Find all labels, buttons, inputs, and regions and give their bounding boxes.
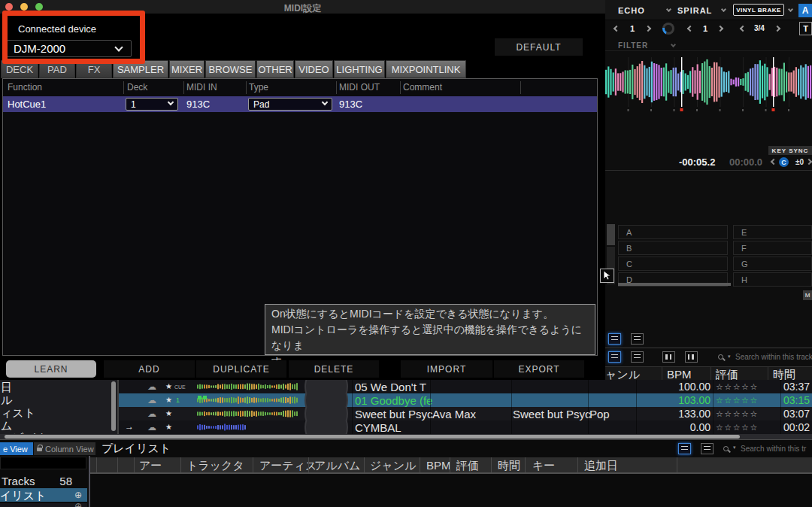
caret-down-icon[interactable]: ▾: [728, 354, 731, 360]
learn-button[interactable]: LEARN: [6, 360, 96, 378]
deck-select[interactable]: 1: [126, 98, 178, 111]
two-column-view-icon[interactable]: [662, 351, 675, 363]
hot-cue-e[interactable]: E: [733, 225, 812, 239]
beat-increase-icon[interactable]: [717, 26, 723, 32]
preview-waveform[interactable]: [197, 422, 250, 433]
list-view-icon[interactable]: [678, 443, 691, 454]
hot-cue-g[interactable]: G: [733, 257, 812, 271]
header-time[interactable]: 時間: [498, 459, 520, 473]
track-rating[interactable]: ☆☆☆☆☆: [716, 382, 759, 392]
header-artwork[interactable]: アー: [139, 459, 162, 473]
header-date-added[interactable]: 追加日: [584, 459, 618, 473]
detail-view-icon[interactable]: [631, 333, 644, 345]
header-key[interactable]: キー: [532, 459, 555, 473]
track-rating[interactable]: ☆☆☆☆☆: [716, 423, 759, 433]
hot-cue-h[interactable]: H: [733, 272, 812, 287]
track-row-selected[interactable]: ☁ ★ 1 01 Goodbye (fe 103.00 ☆☆☆☆☆ 03:15: [119, 393, 812, 407]
horizontal-scrollbar[interactable]: [0, 434, 812, 439]
duplicate-button[interactable]: DUPLICATE: [196, 360, 286, 378]
fx-knob[interactable]: [662, 23, 674, 35]
tab-mixer[interactable]: MIXER: [169, 60, 205, 78]
preview-waveform[interactable]: [197, 395, 301, 405]
key-sync-button[interactable]: KEY SYNC: [768, 146, 812, 155]
beat-increase-icon[interactable]: [774, 26, 780, 32]
header-rating[interactable]: 評価: [456, 459, 479, 473]
beat-decrease-icon[interactable]: [740, 26, 746, 32]
fx-slot-2[interactable]: SPIRAL: [677, 6, 712, 15]
track-waveform[interactable]: [605, 57, 812, 114]
tab-fx[interactable]: FX: [76, 60, 112, 78]
header-bpm[interactable]: BPM: [667, 368, 692, 381]
cue-scrollbar[interactable]: [618, 283, 731, 286]
sidebar-filter-box[interactable]: [0, 457, 86, 469]
hot-cue-c[interactable]: C: [618, 257, 728, 271]
hot-cue-f[interactable]: F: [733, 241, 812, 255]
column-view-tab[interactable]: Column View: [34, 442, 95, 455]
delete-button[interactable]: DELETE: [289, 360, 379, 378]
tab-lighting[interactable]: LIGHTING: [334, 60, 385, 78]
sidebar-scrollbar[interactable]: [111, 381, 116, 431]
add-button[interactable]: ADD: [104, 360, 195, 378]
split-view-icon[interactable]: [685, 351, 698, 363]
caret-down-icon[interactable]: ▾: [733, 445, 736, 451]
export-button[interactable]: EXPORT: [494, 360, 584, 378]
header-track-title[interactable]: トラックタ: [186, 459, 244, 473]
preview-waveform[interactable]: [197, 408, 301, 419]
chevron-down-icon[interactable]: [788, 7, 793, 12]
track-rating[interactable]: ☆☆☆☆☆: [716, 409, 759, 419]
tab-deck[interactable]: DECK: [1, 60, 38, 78]
detail-view-icon[interactable]: [631, 351, 644, 363]
key-down-icon[interactable]: [771, 159, 777, 165]
tab-browse[interactable]: BROWSE: [205, 60, 256, 78]
track-rating[interactable]: ☆☆☆☆☆: [716, 396, 759, 405]
track-search-input[interactable]: Search within this track: [735, 353, 812, 361]
add-playlist-icon[interactable]: ⊕: [74, 503, 82, 507]
tab-mixpointlink[interactable]: MIXPOINTLINK: [386, 60, 466, 78]
search-icon[interactable]: [718, 354, 723, 360]
key-up-icon[interactable]: [806, 159, 812, 165]
list-view-icon[interactable]: [608, 351, 621, 363]
chevron-down-icon[interactable]: [721, 7, 726, 12]
fx-slot-1[interactable]: ECHO: [618, 6, 645, 15]
playlist-title: プレイリスト: [102, 442, 171, 456]
list-view-icon[interactable]: [608, 333, 621, 345]
beat-decrease-icon[interactable]: [614, 26, 620, 32]
track-row[interactable]: ☁ ★ Sweet but Psyc Ava Max Sweet but Psy…: [119, 407, 812, 420]
connected-device-select[interactable]: DJM-2000: [7, 40, 132, 57]
chevron-down-icon[interactable]: [671, 42, 676, 47]
import-button[interactable]: IMPORT: [401, 360, 492, 378]
playlist-item-partial[interactable]: ⊕: [0, 503, 87, 507]
beat-decrease-icon[interactable]: [687, 26, 693, 32]
search-icon[interactable]: [723, 446, 729, 451]
type-select[interactable]: Pad: [248, 98, 332, 111]
beat-increase-icon[interactable]: [645, 26, 651, 32]
tab-video[interactable]: VIDEO: [295, 60, 333, 78]
tab-other[interactable]: OTHER: [256, 60, 294, 78]
fx-assign-button[interactable]: A: [798, 4, 812, 17]
filter-select[interactable]: FILTER: [618, 41, 648, 50]
header-album[interactable]: アルバム: [314, 459, 360, 473]
tree-view-tab[interactable]: e View: [0, 442, 33, 455]
default-button[interactable]: DEFAULT: [495, 38, 583, 56]
track-row[interactable]: → ☁ ★ CYMBAL 0.00 ☆☆☆☆☆ 00:02: [119, 420, 812, 434]
playlist-item-selected[interactable]: イリスト ⊕: [0, 488, 87, 502]
mapping-row-hotcue1[interactable]: HotCue1 1 913C Pad 913C: [3, 96, 597, 112]
col-midi-out: MIDI OUT: [339, 82, 380, 93]
chevron-down-icon[interactable]: [666, 7, 671, 12]
tap-button[interactable]: T: [799, 22, 812, 35]
hot-cue-b[interactable]: B: [618, 241, 728, 255]
add-playlist-icon[interactable]: ⊕: [74, 490, 82, 500]
hot-cue-a[interactable]: A: [618, 225, 728, 239]
detail-view-icon[interactable]: [701, 443, 714, 454]
tab-sampler[interactable]: SAMPLER: [113, 60, 168, 78]
header-genre[interactable]: ジャンル: [370, 459, 416, 473]
tracks-label[interactable]: Tracks: [2, 475, 35, 487]
preview-waveform[interactable]: [197, 381, 301, 392]
track-row[interactable]: ☁ ★ CUE 05 We Don't T 100.00 ☆☆☆☆☆ 03:37: [119, 380, 812, 393]
fx-slot-3[interactable]: VINYL BRAKE: [733, 4, 784, 16]
scrollbar-thumb[interactable]: [5, 435, 740, 439]
header-bpm[interactable]: BPM: [426, 459, 451, 472]
tab-pad[interactable]: PAD: [39, 60, 75, 78]
memory-button[interactable]: M: [803, 290, 812, 300]
playlist-search-input[interactable]: Search within this tr: [741, 445, 806, 453]
